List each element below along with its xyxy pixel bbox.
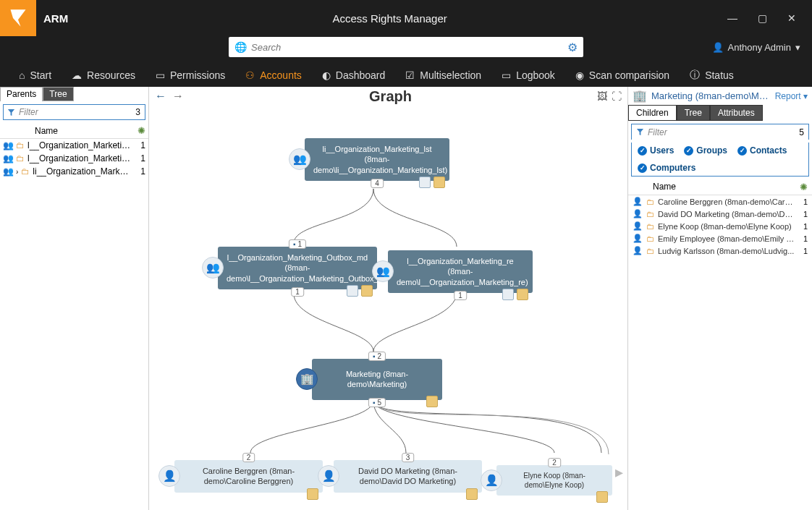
left-filter[interactable]: Filter 3: [3, 104, 145, 120]
right-tab-attributes[interactable]: Attributes: [710, 105, 763, 121]
graph-node-re[interactable]: 👥 l__Organization_Marketing_re (8man-dem…: [388, 250, 533, 293]
user-icon: 👤: [633, 221, 643, 231]
left-tab-parents[interactable]: Parents: [0, 87, 43, 101]
user-icon: 👤: [158, 465, 180, 487]
search-field[interactable]: 🌐 ⚙: [229, 37, 583, 57]
app-logo: [0, 0, 36, 36]
left-list: 👥 🗀 l__Organization_Marketing... 1 👥 🗀 l…: [0, 139, 148, 178]
right-list-header: Name ✺: [628, 179, 812, 195]
nav-back-button[interactable]: ←: [155, 90, 166, 103]
scroll-right-arrow[interactable]: ▸: [615, 463, 623, 482]
list-item[interactable]: 👤🗀Emily Employee (8man-demo\Emily E...1: [628, 232, 812, 245]
user-icon: 👤: [318, 465, 339, 487]
list-item[interactable]: 👤🗀Ludvig Karlsson (8man-demo\Ludvig...1: [628, 245, 812, 257]
right-tab-children[interactable]: Children: [628, 105, 677, 121]
left-col-name[interactable]: Name: [13, 126, 138, 136]
note-icon: [361, 285, 373, 297]
gauge-icon: ◐: [322, 69, 331, 81]
group-icon: 👥: [202, 257, 224, 279]
toggle-contacts[interactable]: ✓Contacts: [737, 145, 787, 156]
folder-icon: 🗀: [646, 247, 654, 255]
note-icon: [307, 488, 318, 500]
nav-resources[interactable]: ☁Resources: [72, 69, 135, 81]
chevron-down-icon: ▾: [795, 42, 800, 53]
expand-icon[interactable]: ⛶: [612, 90, 622, 102]
folder-icon: 🗀: [646, 234, 654, 243]
home-icon: ⌂: [19, 69, 25, 81]
nav-logbook[interactable]: ▭Logbook: [502, 69, 555, 81]
note-icon: [596, 491, 608, 503]
list-item[interactable]: 👥 🗀 l__Organization_Marketing... 1: [0, 139, 148, 152]
list-item[interactable]: 👤🗀Caroline Berggren (8man-demo\Caroli...…: [628, 195, 812, 208]
funnel-icon: [7, 109, 15, 116]
toggle-groups[interactable]: ✓Groups: [684, 145, 727, 156]
right-filter[interactable]: Filter 5: [631, 124, 809, 140]
group-icon: 👥: [3, 153, 13, 163]
right-tab-tree[interactable]: Tree: [677, 105, 710, 121]
graph-panel: ← → Graph 🖼 ⛶ 👥: [149, 87, 627, 510]
minimize-button[interactable]: —: [727, 12, 737, 24]
nav-scan[interactable]: ◉Scan comparision: [575, 69, 669, 81]
right-filter-count: 5: [795, 127, 808, 137]
node-parent-count: ▪2: [368, 352, 386, 361]
list-item[interactable]: 👤🗀David DO Marketing (8man-demo\Da...1: [628, 208, 812, 220]
export-icon[interactable]: 🖼: [597, 90, 607, 102]
org-icon: 🏢: [296, 368, 318, 390]
user-icon: 👤: [633, 209, 643, 218]
folder-icon: 🗀: [16, 140, 25, 150]
chevron-right-icon: ›: [16, 168, 18, 176]
user-icon: 👤: [633, 197, 643, 206]
note-icon: [426, 396, 438, 407]
note-icon: [517, 289, 528, 300]
right-panel: 🏢 Marketing (8man-demo\Ma... Report ▾ Ch…: [627, 87, 812, 510]
graph-node-user-caroline[interactable]: 👤 2 Caroline Berggren (8man-demo\Carolin…: [174, 460, 323, 493]
user-icon: 👤: [633, 234, 643, 243]
note-icon: [466, 488, 478, 500]
folder-icon: [419, 177, 431, 188]
nav-start[interactable]: ⌂Start: [19, 69, 51, 81]
right-col-name[interactable]: Name: [633, 182, 800, 192]
graph-node-user-elyne[interactable]: 👤 2 Elyne Koop (8man-demo\Elyne Koop): [496, 465, 612, 496]
user-name: Anthony Admin: [728, 42, 791, 53]
list-item[interactable]: 👤🗀Elyne Koop (8man-demo\Elyne Koop)1: [628, 220, 812, 232]
node-parent-count: ▪1: [289, 239, 306, 249]
graph-node-org-list[interactable]: 👥 li__Organization_Marketing_lst (8man-d…: [305, 138, 449, 181]
list-item[interactable]: 👥 › 🗀 li__Organization_Marketing... 1: [0, 165, 148, 178]
nav-status[interactable]: ⓘStatus: [690, 69, 734, 82]
nav-permissions[interactable]: ▭Permissions: [156, 69, 225, 81]
toggle-users[interactable]: ✓Users: [638, 145, 674, 156]
graph-node-user-david[interactable]: 👤 3 David DO Marketing (8man-demo\David …: [334, 460, 482, 493]
close-button[interactable]: ✕: [787, 12, 796, 24]
nav-multiselection[interactable]: ☑Multiselection: [405, 69, 481, 81]
folder-icon: 🗀: [646, 197, 654, 206]
graph-node-outbox[interactable]: 👥 ▪1 l__Organization_Marketing_Outbox_md…: [218, 247, 377, 289]
search-settings-icon[interactable]: ⚙: [567, 41, 578, 54]
user-menu[interactable]: 👤 Anthony Admin ▾: [712, 42, 800, 53]
list-item[interactable]: 👥 🗀 l__Organization_Marketing... 1: [0, 152, 148, 165]
node-child-count: 1: [291, 287, 304, 297]
card-icon: ▭: [156, 69, 165, 81]
nav-dashboard[interactable]: ◐Dashboard: [322, 69, 386, 81]
user-icon: 👤: [633, 246, 643, 255]
bug-icon[interactable]: ✺: [800, 182, 808, 192]
graph-canvas[interactable]: 👥 li__Organization_Marketing_lst (8man-d…: [149, 106, 627, 510]
toggle-computers[interactable]: ✓Computers: [638, 163, 695, 173]
nav-accounts[interactable]: ⚇Accounts: [245, 69, 302, 81]
org-icon: 🏢: [633, 89, 647, 103]
report-link[interactable]: Report ▾: [775, 91, 808, 101]
folder-icon: 🗀: [646, 222, 654, 231]
node-parent-count: 3: [402, 453, 415, 462]
bug-icon[interactable]: ✺: [138, 125, 145, 136]
maximize-button[interactable]: ▢: [758, 12, 767, 24]
app-title: Access Rights Manager: [68, 12, 711, 25]
left-filter-count: 3: [131, 107, 145, 117]
folder-icon: [502, 289, 514, 300]
nav-forward-button[interactable]: →: [172, 90, 184, 103]
search-input[interactable]: [251, 42, 567, 53]
folder-icon: 🗀: [16, 153, 25, 163]
left-tab-tree[interactable]: Tree: [43, 87, 73, 101]
book-icon: ▭: [502, 69, 511, 81]
node-child-count: 4: [371, 179, 384, 188]
graph-node-marketing[interactable]: 🏢 ▪2 Marketing (8man-demo\Marketing) ▪5: [312, 359, 442, 400]
cloud-icon: ☁: [72, 69, 82, 81]
